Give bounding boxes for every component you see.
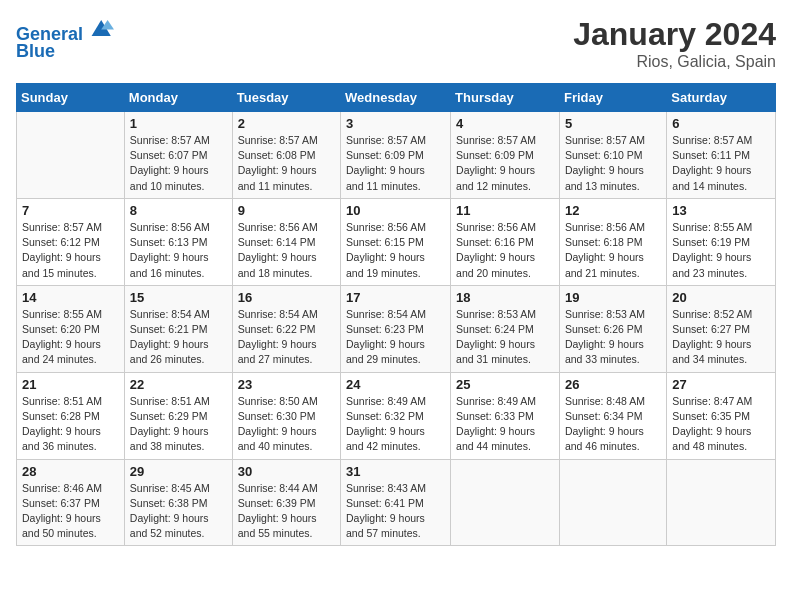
day-number: 4 bbox=[456, 116, 554, 131]
day-number: 16 bbox=[238, 290, 335, 305]
calendar-cell: 20 Sunrise: 8:52 AMSunset: 6:27 PMDaylig… bbox=[667, 285, 776, 372]
day-detail: Sunrise: 8:57 AMSunset: 6:08 PMDaylight:… bbox=[238, 133, 335, 194]
day-number: 11 bbox=[456, 203, 554, 218]
day-detail: Sunrise: 8:57 AMSunset: 6:07 PMDaylight:… bbox=[130, 133, 227, 194]
day-detail: Sunrise: 8:53 AMSunset: 6:26 PMDaylight:… bbox=[565, 307, 661, 368]
calendar-cell: 23 Sunrise: 8:50 AMSunset: 6:30 PMDaylig… bbox=[232, 372, 340, 459]
day-detail: Sunrise: 8:56 AMSunset: 6:14 PMDaylight:… bbox=[238, 220, 335, 281]
calendar-cell: 29 Sunrise: 8:45 AMSunset: 6:38 PMDaylig… bbox=[124, 459, 232, 546]
week-row-4: 21 Sunrise: 8:51 AMSunset: 6:28 PMDaylig… bbox=[17, 372, 776, 459]
column-headers: Sunday Monday Tuesday Wednesday Thursday… bbox=[17, 84, 776, 112]
day-detail: Sunrise: 8:57 AMSunset: 6:12 PMDaylight:… bbox=[22, 220, 119, 281]
day-detail: Sunrise: 8:48 AMSunset: 6:34 PMDaylight:… bbox=[565, 394, 661, 455]
day-number: 28 bbox=[22, 464, 119, 479]
day-number: 27 bbox=[672, 377, 770, 392]
page-header: General Blue January 2024 Rios, Galicia,… bbox=[16, 16, 776, 71]
day-number: 29 bbox=[130, 464, 227, 479]
day-number: 8 bbox=[130, 203, 227, 218]
day-detail: Sunrise: 8:57 AMSunset: 6:10 PMDaylight:… bbox=[565, 133, 661, 194]
calendar-cell: 15 Sunrise: 8:54 AMSunset: 6:21 PMDaylig… bbox=[124, 285, 232, 372]
col-monday: Monday bbox=[124, 84, 232, 112]
calendar-cell: 13 Sunrise: 8:55 AMSunset: 6:19 PMDaylig… bbox=[667, 198, 776, 285]
calendar-cell: 14 Sunrise: 8:55 AMSunset: 6:20 PMDaylig… bbox=[17, 285, 125, 372]
calendar-cell: 22 Sunrise: 8:51 AMSunset: 6:29 PMDaylig… bbox=[124, 372, 232, 459]
day-number: 14 bbox=[22, 290, 119, 305]
col-wednesday: Wednesday bbox=[341, 84, 451, 112]
calendar-title: January 2024 bbox=[573, 16, 776, 53]
title-block: January 2024 Rios, Galicia, Spain bbox=[573, 16, 776, 71]
day-number: 23 bbox=[238, 377, 335, 392]
day-detail: Sunrise: 8:54 AMSunset: 6:23 PMDaylight:… bbox=[346, 307, 445, 368]
col-tuesday: Tuesday bbox=[232, 84, 340, 112]
day-number: 6 bbox=[672, 116, 770, 131]
col-friday: Friday bbox=[559, 84, 666, 112]
day-number: 24 bbox=[346, 377, 445, 392]
day-number: 2 bbox=[238, 116, 335, 131]
day-detail: Sunrise: 8:46 AMSunset: 6:37 PMDaylight:… bbox=[22, 481, 119, 542]
calendar-cell: 4 Sunrise: 8:57 AMSunset: 6:09 PMDayligh… bbox=[451, 112, 560, 199]
day-number: 31 bbox=[346, 464, 445, 479]
calendar-cell: 6 Sunrise: 8:57 AMSunset: 6:11 PMDayligh… bbox=[667, 112, 776, 199]
calendar-cell: 12 Sunrise: 8:56 AMSunset: 6:18 PMDaylig… bbox=[559, 198, 666, 285]
day-detail: Sunrise: 8:49 AMSunset: 6:32 PMDaylight:… bbox=[346, 394, 445, 455]
calendar-subtitle: Rios, Galicia, Spain bbox=[573, 53, 776, 71]
calendar-cell: 21 Sunrise: 8:51 AMSunset: 6:28 PMDaylig… bbox=[17, 372, 125, 459]
day-detail: Sunrise: 8:56 AMSunset: 6:18 PMDaylight:… bbox=[565, 220, 661, 281]
calendar-cell: 27 Sunrise: 8:47 AMSunset: 6:35 PMDaylig… bbox=[667, 372, 776, 459]
calendar-cell: 10 Sunrise: 8:56 AMSunset: 6:15 PMDaylig… bbox=[341, 198, 451, 285]
calendar-cell: 31 Sunrise: 8:43 AMSunset: 6:41 PMDaylig… bbox=[341, 459, 451, 546]
col-saturday: Saturday bbox=[667, 84, 776, 112]
calendar-cell: 1 Sunrise: 8:57 AMSunset: 6:07 PMDayligh… bbox=[124, 112, 232, 199]
calendar-cell: 3 Sunrise: 8:57 AMSunset: 6:09 PMDayligh… bbox=[341, 112, 451, 199]
day-detail: Sunrise: 8:51 AMSunset: 6:28 PMDaylight:… bbox=[22, 394, 119, 455]
day-detail: Sunrise: 8:56 AMSunset: 6:16 PMDaylight:… bbox=[456, 220, 554, 281]
calendar-cell: 17 Sunrise: 8:54 AMSunset: 6:23 PMDaylig… bbox=[341, 285, 451, 372]
calendar-cell: 2 Sunrise: 8:57 AMSunset: 6:08 PMDayligh… bbox=[232, 112, 340, 199]
logo-icon bbox=[90, 16, 114, 40]
calendar-cell: 24 Sunrise: 8:49 AMSunset: 6:32 PMDaylig… bbox=[341, 372, 451, 459]
day-detail: Sunrise: 8:56 AMSunset: 6:15 PMDaylight:… bbox=[346, 220, 445, 281]
calendar-cell: 5 Sunrise: 8:57 AMSunset: 6:10 PMDayligh… bbox=[559, 112, 666, 199]
calendar-cell: 7 Sunrise: 8:57 AMSunset: 6:12 PMDayligh… bbox=[17, 198, 125, 285]
week-row-1: 1 Sunrise: 8:57 AMSunset: 6:07 PMDayligh… bbox=[17, 112, 776, 199]
day-number: 19 bbox=[565, 290, 661, 305]
day-number: 9 bbox=[238, 203, 335, 218]
day-number: 25 bbox=[456, 377, 554, 392]
calendar-cell: 25 Sunrise: 8:49 AMSunset: 6:33 PMDaylig… bbox=[451, 372, 560, 459]
day-detail: Sunrise: 8:53 AMSunset: 6:24 PMDaylight:… bbox=[456, 307, 554, 368]
day-number: 20 bbox=[672, 290, 770, 305]
calendar-cell: 16 Sunrise: 8:54 AMSunset: 6:22 PMDaylig… bbox=[232, 285, 340, 372]
calendar-cell: 18 Sunrise: 8:53 AMSunset: 6:24 PMDaylig… bbox=[451, 285, 560, 372]
day-detail: Sunrise: 8:57 AMSunset: 6:09 PMDaylight:… bbox=[346, 133, 445, 194]
day-number: 1 bbox=[130, 116, 227, 131]
calendar-cell bbox=[559, 459, 666, 546]
calendar-cell: 8 Sunrise: 8:56 AMSunset: 6:13 PMDayligh… bbox=[124, 198, 232, 285]
day-number: 3 bbox=[346, 116, 445, 131]
day-number: 21 bbox=[22, 377, 119, 392]
day-number: 18 bbox=[456, 290, 554, 305]
calendar-cell bbox=[451, 459, 560, 546]
calendar-cell bbox=[667, 459, 776, 546]
day-detail: Sunrise: 8:51 AMSunset: 6:29 PMDaylight:… bbox=[130, 394, 227, 455]
calendar-cell: 26 Sunrise: 8:48 AMSunset: 6:34 PMDaylig… bbox=[559, 372, 666, 459]
day-detail: Sunrise: 8:47 AMSunset: 6:35 PMDaylight:… bbox=[672, 394, 770, 455]
day-detail: Sunrise: 8:57 AMSunset: 6:09 PMDaylight:… bbox=[456, 133, 554, 194]
day-detail: Sunrise: 8:55 AMSunset: 6:20 PMDaylight:… bbox=[22, 307, 119, 368]
day-detail: Sunrise: 8:50 AMSunset: 6:30 PMDaylight:… bbox=[238, 394, 335, 455]
day-number: 7 bbox=[22, 203, 119, 218]
week-row-5: 28 Sunrise: 8:46 AMSunset: 6:37 PMDaylig… bbox=[17, 459, 776, 546]
logo: General Blue bbox=[16, 16, 114, 62]
col-thursday: Thursday bbox=[451, 84, 560, 112]
day-detail: Sunrise: 8:56 AMSunset: 6:13 PMDaylight:… bbox=[130, 220, 227, 281]
day-detail: Sunrise: 8:44 AMSunset: 6:39 PMDaylight:… bbox=[238, 481, 335, 542]
day-detail: Sunrise: 8:54 AMSunset: 6:22 PMDaylight:… bbox=[238, 307, 335, 368]
calendar-cell: 28 Sunrise: 8:46 AMSunset: 6:37 PMDaylig… bbox=[17, 459, 125, 546]
day-number: 10 bbox=[346, 203, 445, 218]
day-number: 30 bbox=[238, 464, 335, 479]
day-number: 22 bbox=[130, 377, 227, 392]
day-detail: Sunrise: 8:55 AMSunset: 6:19 PMDaylight:… bbox=[672, 220, 770, 281]
week-row-2: 7 Sunrise: 8:57 AMSunset: 6:12 PMDayligh… bbox=[17, 198, 776, 285]
day-detail: Sunrise: 8:43 AMSunset: 6:41 PMDaylight:… bbox=[346, 481, 445, 542]
day-number: 5 bbox=[565, 116, 661, 131]
day-detail: Sunrise: 8:52 AMSunset: 6:27 PMDaylight:… bbox=[672, 307, 770, 368]
